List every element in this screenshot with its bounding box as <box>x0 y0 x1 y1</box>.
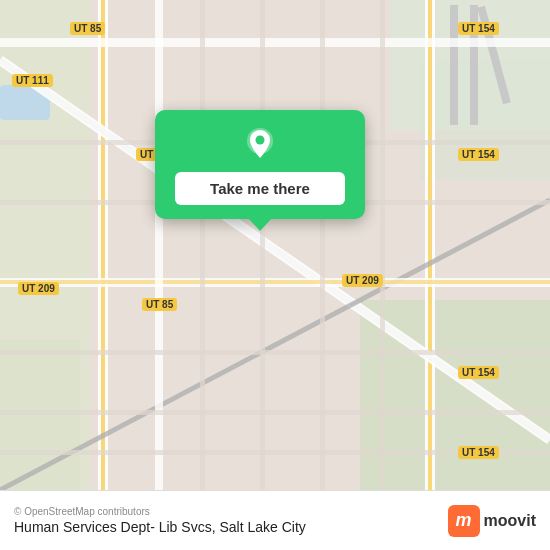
svg-rect-11 <box>101 0 105 490</box>
road-label-ut111: UT 111 <box>12 74 53 87</box>
road-label-ut154-bottom: UT 154 <box>458 446 499 459</box>
location-pin-icon <box>242 126 278 162</box>
copyright-text: © OpenStreetMap contributors <box>14 506 306 517</box>
road-label-ut85-lower: UT 85 <box>142 298 177 311</box>
svg-rect-30 <box>380 0 385 490</box>
svg-rect-21 <box>155 0 163 490</box>
svg-rect-27 <box>200 0 205 490</box>
road-label-ut209-left: UT 209 <box>18 282 59 295</box>
road-label-ut154-lower: UT 154 <box>458 366 499 379</box>
svg-rect-20 <box>0 280 550 284</box>
bottom-info: © OpenStreetMap contributors Human Servi… <box>14 506 306 535</box>
map-container: UT 85 UT 154 UT 111 UT 85 UT 154 UT 209 … <box>0 0 550 490</box>
svg-point-32 <box>256 136 265 145</box>
svg-rect-25 <box>0 410 550 415</box>
road-label-ut154-top: UT 154 <box>458 22 499 35</box>
popup-card: Take me there <box>155 110 365 219</box>
svg-rect-28 <box>260 0 265 490</box>
road-label-ut209-right: UT 209 <box>342 274 383 287</box>
svg-rect-18 <box>0 38 550 47</box>
road-label-ut154-mid: UT 154 <box>458 148 499 161</box>
moovit-logo: m moovit <box>448 505 536 537</box>
moovit-m-icon: m <box>448 505 480 537</box>
svg-rect-13 <box>428 0 432 490</box>
road-label-ut85-top: UT 85 <box>70 22 105 35</box>
bottom-bar: © OpenStreetMap contributors Human Servi… <box>0 490 550 550</box>
svg-rect-24 <box>0 350 550 355</box>
location-title: Human Services Dept- Lib Svcs, Salt Lake… <box>14 519 306 535</box>
svg-rect-6 <box>450 5 458 125</box>
svg-rect-29 <box>320 0 325 490</box>
moovit-text: moovit <box>484 512 536 530</box>
take-me-there-button[interactable]: Take me there <box>175 172 345 205</box>
map-svg <box>0 0 550 490</box>
